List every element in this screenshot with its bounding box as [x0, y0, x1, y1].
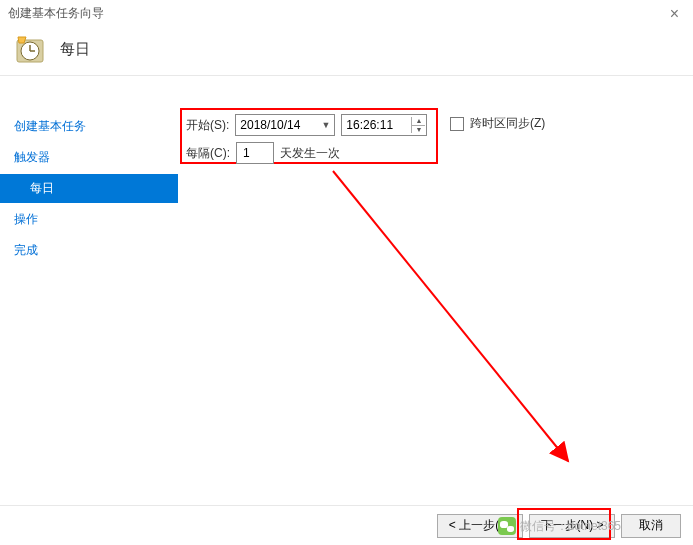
sidebar-item-label: 完成	[14, 243, 38, 257]
sidebar-item-label: 创建基本任务	[14, 119, 86, 133]
sync-label: 跨时区同步(Z)	[470, 115, 545, 132]
page-title: 每日	[60, 40, 90, 59]
wizard-content: 开始(S): 2018/10/14 ▼ 16:26:11 ▲ ▼ 跨时区同步(Z…	[178, 76, 693, 505]
time-value: 16:26:11	[346, 118, 393, 132]
time-input[interactable]: 16:26:11 ▲ ▼	[341, 114, 427, 136]
interval-suffix: 天发生一次	[280, 145, 340, 162]
sidebar-item-create-task[interactable]: 创建基本任务	[0, 112, 178, 141]
interval-input[interactable]: 1	[236, 142, 274, 164]
sidebar-item-action[interactable]: 操作	[0, 205, 178, 234]
svg-line-5	[333, 171, 568, 461]
sidebar-item-finish[interactable]: 完成	[0, 236, 178, 265]
wechat-icon	[498, 517, 516, 535]
time-spinner[interactable]: ▲ ▼	[411, 117, 425, 133]
interval-value: 1	[243, 146, 250, 160]
window-title: 创建基本任务向导	[8, 5, 104, 22]
close-icon[interactable]: ×	[664, 5, 685, 23]
spin-down-icon[interactable]: ▼	[412, 126, 425, 134]
wizard-header: 每日	[0, 24, 693, 76]
sidebar-item-daily[interactable]: 每日	[0, 174, 178, 203]
sidebar-item-label: 触发器	[14, 150, 50, 164]
row-interval: 每隔(C): 1 天发生一次	[186, 142, 340, 164]
spin-up-icon[interactable]: ▲	[412, 117, 425, 126]
row-sync: 跨时区同步(Z)	[450, 115, 545, 132]
wechat-badge: 微信号：dotnet365	[498, 517, 621, 535]
svg-marker-4	[18, 37, 26, 43]
sidebar-item-label: 每日	[30, 181, 54, 195]
sync-checkbox[interactable]	[450, 117, 464, 131]
start-label: 开始(S):	[186, 117, 229, 134]
wizard-sidebar: 创建基本任务 触发器 每日 操作 完成	[0, 76, 178, 505]
clock-icon	[14, 34, 46, 66]
row-start: 开始(S): 2018/10/14 ▼ 16:26:11 ▲ ▼	[186, 114, 427, 136]
interval-label: 每隔(C):	[186, 145, 230, 162]
chevron-down-icon: ▼	[321, 120, 330, 130]
cancel-button[interactable]: 取消	[621, 514, 681, 538]
sidebar-item-trigger[interactable]: 触发器	[0, 143, 178, 172]
wizard-body: 创建基本任务 触发器 每日 操作 完成 开始(S): 2018/10/14 ▼ …	[0, 76, 693, 505]
date-value: 2018/10/14	[240, 118, 300, 132]
wechat-id: dotnet365	[568, 519, 621, 533]
title-bar: 创建基本任务向导 ×	[0, 0, 693, 24]
date-input[interactable]: 2018/10/14 ▼	[235, 114, 335, 136]
wechat-text: 微信号：dotnet365	[520, 518, 621, 535]
sidebar-item-label: 操作	[14, 212, 38, 226]
